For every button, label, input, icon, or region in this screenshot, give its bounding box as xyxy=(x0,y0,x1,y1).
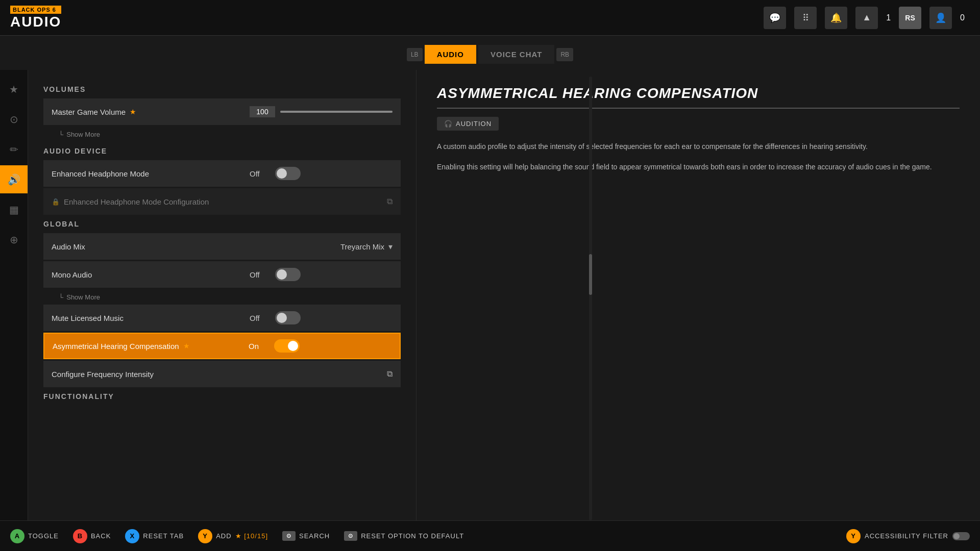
lb-reset-option-btn[interactable]: ⊙ xyxy=(344,531,357,541)
main-layout: ★ ⊙ ✏ 🔊 ▦ ⊕ VOLUMES Master Game Volume ★ xyxy=(0,70,980,544)
audio-icon: 🔊 xyxy=(8,173,20,186)
audio-device-section-title: AUDIO DEVICE xyxy=(43,147,401,155)
friends-icon-btn[interactable]: 👤 xyxy=(929,7,952,29)
sidebar-item-display[interactable]: ▦ xyxy=(0,195,28,223)
mono-audio-row[interactable]: Mono Audio Off xyxy=(43,261,401,288)
configure-frequency-row[interactable]: Configure Frequency Intensity ⧉ xyxy=(43,361,401,387)
master-volume-star: ★ xyxy=(130,108,136,116)
tab-audio[interactable]: AUDIO xyxy=(425,45,476,64)
mono-audio-value: Off xyxy=(250,268,393,281)
volumes-show-more[interactable]: └ Show More xyxy=(43,127,401,142)
sidebar-item-favorites[interactable]: ★ xyxy=(0,75,28,103)
configure-freq-link-icon: ⧉ xyxy=(387,369,393,379)
logo-bo6-tag: BLACK OPS 6 xyxy=(10,6,61,14)
search-label: SEARCH xyxy=(299,532,330,540)
show-more-arrow2: └ xyxy=(59,293,63,301)
enhanced-headphone-val-text: Off xyxy=(250,169,270,178)
configure-frequency-value: ⧉ xyxy=(250,369,393,379)
tab-voice-chat[interactable]: VOICE CHAT xyxy=(478,45,554,64)
right-panel-desc2: Enabling this setting will help balancin… xyxy=(437,161,960,173)
sidebar: ★ ⊙ ✏ 🔊 ▦ ⊕ xyxy=(0,70,28,544)
sidebar-item-controller[interactable]: ⊙ xyxy=(0,105,28,133)
right-panel-desc1: A custom audio profile to adjust the int… xyxy=(437,141,960,153)
reset-option-label: RESET OPTION TO DEFAULT xyxy=(361,532,464,540)
mono-toggle-knob xyxy=(277,269,287,280)
right-panel: Asymmetrical Hearing Compensation 🎧 AUDI… xyxy=(416,70,980,544)
enhanced-headphone-config-label: 🔒 Enhanced Headphone Mode Configuration xyxy=(52,197,250,206)
y-button-add[interactable]: Y xyxy=(198,529,212,543)
audio-mix-row[interactable]: Audio Mix Treyarch Mix ▾ xyxy=(43,233,401,260)
volumes-section-title: VOLUMES xyxy=(43,85,401,93)
b-button[interactable]: B xyxy=(73,529,87,543)
mono-audio-val-text: Off xyxy=(250,270,270,279)
slider-fill xyxy=(280,111,393,113)
global-show-more[interactable]: └ Show More xyxy=(43,289,401,305)
star-icon: ★ xyxy=(9,83,18,95)
a-button[interactable]: A xyxy=(10,529,24,543)
master-game-volume-row[interactable]: Master Game Volume ★ 100 xyxy=(43,98,401,125)
bell-icon-btn[interactable]: 🔔 xyxy=(825,7,847,29)
audition-badge-label: AUDITION xyxy=(456,120,492,128)
audition-badge: 🎧 AUDITION xyxy=(437,117,499,131)
asymmetrical-hearing-toggle[interactable] xyxy=(274,339,300,353)
bottom-search-action[interactable]: ⊙ SEARCH xyxy=(282,531,330,541)
logo-area: BLACK OPS 6 AUDIO xyxy=(10,6,61,30)
master-game-volume-value: 100 xyxy=(250,106,393,117)
global-show-more-label: Show More xyxy=(66,293,100,301)
bottom-add-action[interactable]: Y ADD ★ [10/15] xyxy=(198,529,268,543)
mono-audio-toggle[interactable] xyxy=(275,268,301,281)
friends-count: 0 xyxy=(960,13,965,22)
asym-toggle-knob xyxy=(288,341,298,351)
lb-search-btn[interactable]: ⊙ xyxy=(282,531,296,541)
mini-toggle-knob xyxy=(953,533,960,539)
lb-icon: LB xyxy=(407,48,423,61)
mute-licensed-music-label: Mute Licensed Music xyxy=(52,314,250,322)
asymmetrical-star: ★ xyxy=(183,342,190,350)
sidebar-item-network[interactable]: ⊕ xyxy=(0,226,28,254)
shield-icon-btn[interactable]: ▲ xyxy=(855,7,878,29)
master-volume-text: Master Game Volume xyxy=(52,108,126,116)
enhanced-headphone-value: Off xyxy=(250,167,393,180)
tab-navigation: LB AUDIO VOICE CHAT RB xyxy=(0,36,980,70)
asymmetrical-hearing-row[interactable]: Asymmetrical Hearing Compensation ★ On xyxy=(43,333,401,359)
network-icon: ⊕ xyxy=(10,234,18,246)
sidebar-item-audio[interactable]: 🔊 xyxy=(0,165,28,193)
master-volume-slider[interactable] xyxy=(280,111,393,113)
x-button[interactable]: X xyxy=(125,529,139,543)
functionality-section-title: FUNCTIONALITY xyxy=(43,392,401,400)
audio-mix-label: Audio Mix xyxy=(52,242,222,251)
scroll-thumb[interactable] xyxy=(589,254,592,295)
accessibility-filter-label: ACCESSIBILITY FILTER xyxy=(865,532,948,540)
audio-mix-value: Treyarch Mix ▾ xyxy=(222,242,393,252)
back-label: BACK xyxy=(91,532,111,540)
audio-notif-badge xyxy=(17,168,24,176)
bottom-reset-option-action[interactable]: ⊙ RESET OPTION TO DEFAULT xyxy=(344,531,464,541)
content-area: VOLUMES Master Game Volume ★ 100 └ Show … xyxy=(28,70,416,544)
mono-audio-label: Mono Audio xyxy=(52,270,250,279)
mute-licensed-music-row[interactable]: Mute Licensed Music Off xyxy=(43,305,401,331)
top-right-icons: 💬 ⠿ 🔔 ▲ 1 RS 👤 0 xyxy=(764,7,965,29)
enhanced-headphone-mode-row[interactable]: Enhanced Headphone Mode Off xyxy=(43,160,401,187)
bottom-back-action[interactable]: B BACK xyxy=(73,529,111,543)
lock-icon: 🔒 xyxy=(52,198,60,206)
bottom-toggle-action[interactable]: A toGGLE xyxy=(10,529,59,543)
enhanced-headphone-toggle[interactable] xyxy=(275,167,301,180)
chat-icon-btn[interactable]: 💬 xyxy=(764,7,786,29)
bottom-reset-tab-action[interactable]: X RESET TAB xyxy=(125,529,184,543)
audio-mix-dropdown-text: Treyarch Mix xyxy=(340,242,384,251)
grid-icon-btn[interactable]: ⠿ xyxy=(794,7,817,29)
shield-count: 1 xyxy=(886,13,891,22)
bottom-bar: A toGGLE B BACK X RESET TAB Y ADD ★ [10/… xyxy=(0,520,980,551)
y-button-accessibility[interactable]: Y xyxy=(846,529,861,543)
accessibility-mini-toggle[interactable] xyxy=(952,532,970,540)
rs-badge: RS xyxy=(899,7,921,29)
mute-music-val-text: Off xyxy=(250,314,270,322)
toggle-label: toGGLE xyxy=(28,532,59,540)
pencil-icon: ✏ xyxy=(10,143,18,156)
display-icon: ▦ xyxy=(9,204,19,216)
mute-music-toggle[interactable] xyxy=(275,311,301,324)
enhanced-headphone-config-value: ⧉ xyxy=(250,197,393,206)
page-title: AUDIO xyxy=(10,14,61,30)
sidebar-item-interface[interactable]: ✏ xyxy=(0,135,28,163)
configure-frequency-label: Configure Frequency Intensity xyxy=(52,370,250,379)
